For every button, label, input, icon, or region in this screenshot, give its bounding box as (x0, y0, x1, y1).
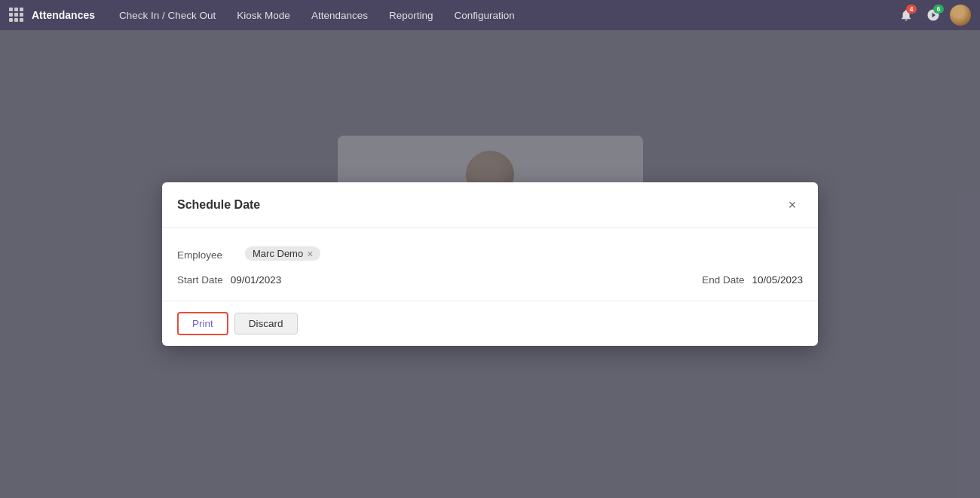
print-button[interactable]: Print (177, 312, 228, 335)
activity-badge: 6 (933, 5, 944, 14)
employee-tag: Marc Demo × (245, 246, 320, 261)
user-avatar[interactable] (950, 5, 971, 26)
date-row: Start Date 09/01/2023 End Date 10/05/202… (177, 274, 803, 286)
nav-brand[interactable]: Attendances (32, 9, 95, 21)
nav-items: Check In / Check Out Kiosk Mode Attendan… (110, 7, 896, 24)
start-date-section: Start Date 09/01/2023 (177, 274, 281, 286)
modal-header: Schedule Date × (162, 182, 818, 228)
nav-item-reporting[interactable]: Reporting (380, 7, 443, 24)
end-date-section: End Date 10/05/2023 (702, 274, 803, 286)
modal-body: Employee Marc Demo × Start Date 09/01/20… (162, 228, 818, 301)
employee-tag-remove[interactable]: × (307, 249, 313, 259)
nav-item-attendances[interactable]: Attendances (302, 7, 377, 24)
activity-icon[interactable]: 6 (923, 5, 944, 26)
topnav-right: 4 6 (896, 5, 971, 26)
nav-item-configuration[interactable]: Configuration (446, 7, 524, 24)
discard-button[interactable]: Discard (234, 313, 298, 335)
end-date-label: End Date (702, 274, 744, 286)
end-date-value[interactable]: 10/05/2023 (752, 274, 803, 286)
employee-tag-name: Marc Demo (253, 248, 303, 259)
schedule-date-modal: Schedule Date × Employee Marc Demo × Sta… (162, 182, 818, 346)
modal-title: Schedule Date (177, 198, 260, 212)
topnav: Attendances Check In / Check Out Kiosk M… (0, 0, 980, 30)
app-grid-icon[interactable] (9, 8, 24, 23)
modal-overlay: Schedule Date × Employee Marc Demo × Sta… (0, 30, 980, 498)
modal-close-button[interactable]: × (782, 194, 803, 215)
notification-bell[interactable]: 4 (896, 5, 917, 26)
nav-item-kiosk[interactable]: Kiosk Mode (228, 7, 299, 24)
employee-value: Marc Demo × (245, 246, 320, 261)
employee-label: Employee (177, 246, 245, 261)
modal-footer: Print Discard (162, 301, 818, 346)
start-date-value[interactable]: 09/01/2023 (231, 274, 282, 286)
nav-item-checkin[interactable]: Check In / Check Out (110, 7, 225, 24)
employee-row: Employee Marc Demo × (177, 246, 803, 261)
notification-badge: 4 (906, 5, 917, 14)
start-date-label: Start Date (177, 274, 223, 286)
